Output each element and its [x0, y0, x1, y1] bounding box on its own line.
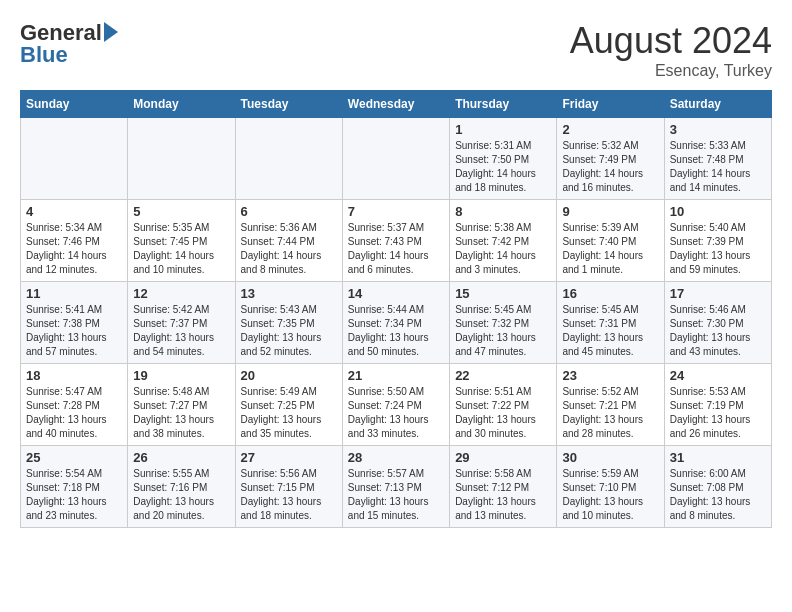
logo-arrow-icon	[104, 22, 118, 42]
calendar-body: 1Sunrise: 5:31 AM Sunset: 7:50 PM Daylig…	[21, 118, 772, 528]
calendar-cell: 28Sunrise: 5:57 AM Sunset: 7:13 PM Dayli…	[342, 446, 449, 528]
day-number: 8	[455, 204, 551, 219]
header-cell-thursday: Thursday	[450, 91, 557, 118]
calendar-cell: 7Sunrise: 5:37 AM Sunset: 7:43 PM Daylig…	[342, 200, 449, 282]
day-number: 6	[241, 204, 337, 219]
calendar-cell	[21, 118, 128, 200]
header-row: SundayMondayTuesdayWednesdayThursdayFrid…	[21, 91, 772, 118]
day-info: Sunrise: 5:46 AM Sunset: 7:30 PM Dayligh…	[670, 303, 766, 359]
calendar-cell: 29Sunrise: 5:58 AM Sunset: 7:12 PM Dayli…	[450, 446, 557, 528]
calendar-week-4: 18Sunrise: 5:47 AM Sunset: 7:28 PM Dayli…	[21, 364, 772, 446]
day-info: Sunrise: 5:35 AM Sunset: 7:45 PM Dayligh…	[133, 221, 229, 277]
day-info: Sunrise: 5:42 AM Sunset: 7:37 PM Dayligh…	[133, 303, 229, 359]
day-number: 22	[455, 368, 551, 383]
calendar-cell	[235, 118, 342, 200]
day-info: Sunrise: 5:54 AM Sunset: 7:18 PM Dayligh…	[26, 467, 122, 523]
day-number: 20	[241, 368, 337, 383]
day-info: Sunrise: 5:40 AM Sunset: 7:39 PM Dayligh…	[670, 221, 766, 277]
day-number: 17	[670, 286, 766, 301]
day-number: 9	[562, 204, 658, 219]
day-number: 11	[26, 286, 122, 301]
calendar-cell: 8Sunrise: 5:38 AM Sunset: 7:42 PM Daylig…	[450, 200, 557, 282]
calendar-cell: 25Sunrise: 5:54 AM Sunset: 7:18 PM Dayli…	[21, 446, 128, 528]
day-number: 12	[133, 286, 229, 301]
calendar-week-1: 1Sunrise: 5:31 AM Sunset: 7:50 PM Daylig…	[21, 118, 772, 200]
day-number: 24	[670, 368, 766, 383]
logo: General Blue	[20, 20, 118, 68]
day-number: 27	[241, 450, 337, 465]
calendar-cell: 1Sunrise: 5:31 AM Sunset: 7:50 PM Daylig…	[450, 118, 557, 200]
title-block: August 2024 Esencay, Turkey	[570, 20, 772, 80]
day-number: 23	[562, 368, 658, 383]
calendar-cell	[128, 118, 235, 200]
day-number: 30	[562, 450, 658, 465]
day-info: Sunrise: 5:51 AM Sunset: 7:22 PM Dayligh…	[455, 385, 551, 441]
calendar-header: SundayMondayTuesdayWednesdayThursdayFrid…	[21, 91, 772, 118]
calendar-cell: 30Sunrise: 5:59 AM Sunset: 7:10 PM Dayli…	[557, 446, 664, 528]
calendar-cell	[342, 118, 449, 200]
day-info: Sunrise: 5:47 AM Sunset: 7:28 PM Dayligh…	[26, 385, 122, 441]
day-info: Sunrise: 5:55 AM Sunset: 7:16 PM Dayligh…	[133, 467, 229, 523]
day-number: 2	[562, 122, 658, 137]
calendar-week-5: 25Sunrise: 5:54 AM Sunset: 7:18 PM Dayli…	[21, 446, 772, 528]
day-number: 26	[133, 450, 229, 465]
day-info: Sunrise: 5:45 AM Sunset: 7:31 PM Dayligh…	[562, 303, 658, 359]
day-number: 21	[348, 368, 444, 383]
day-number: 18	[26, 368, 122, 383]
logo-blue-text: Blue	[20, 42, 68, 68]
day-number: 25	[26, 450, 122, 465]
calendar-week-2: 4Sunrise: 5:34 AM Sunset: 7:46 PM Daylig…	[21, 200, 772, 282]
day-number: 28	[348, 450, 444, 465]
day-info: Sunrise: 5:49 AM Sunset: 7:25 PM Dayligh…	[241, 385, 337, 441]
calendar-table: SundayMondayTuesdayWednesdayThursdayFrid…	[20, 90, 772, 528]
calendar-cell: 15Sunrise: 5:45 AM Sunset: 7:32 PM Dayli…	[450, 282, 557, 364]
day-number: 10	[670, 204, 766, 219]
day-number: 19	[133, 368, 229, 383]
day-info: Sunrise: 6:00 AM Sunset: 7:08 PM Dayligh…	[670, 467, 766, 523]
day-info: Sunrise: 5:38 AM Sunset: 7:42 PM Dayligh…	[455, 221, 551, 277]
calendar-cell: 27Sunrise: 5:56 AM Sunset: 7:15 PM Dayli…	[235, 446, 342, 528]
header-cell-sunday: Sunday	[21, 91, 128, 118]
calendar-cell: 24Sunrise: 5:53 AM Sunset: 7:19 PM Dayli…	[664, 364, 771, 446]
calendar-cell: 10Sunrise: 5:40 AM Sunset: 7:39 PM Dayli…	[664, 200, 771, 282]
day-info: Sunrise: 5:32 AM Sunset: 7:49 PM Dayligh…	[562, 139, 658, 195]
header-cell-monday: Monday	[128, 91, 235, 118]
calendar-cell: 11Sunrise: 5:41 AM Sunset: 7:38 PM Dayli…	[21, 282, 128, 364]
header-cell-saturday: Saturday	[664, 91, 771, 118]
day-info: Sunrise: 5:36 AM Sunset: 7:44 PM Dayligh…	[241, 221, 337, 277]
day-number: 7	[348, 204, 444, 219]
header-cell-friday: Friday	[557, 91, 664, 118]
day-info: Sunrise: 5:50 AM Sunset: 7:24 PM Dayligh…	[348, 385, 444, 441]
calendar-cell: 26Sunrise: 5:55 AM Sunset: 7:16 PM Dayli…	[128, 446, 235, 528]
page-header: General Blue August 2024 Esencay, Turkey	[20, 20, 772, 80]
day-info: Sunrise: 5:41 AM Sunset: 7:38 PM Dayligh…	[26, 303, 122, 359]
day-info: Sunrise: 5:56 AM Sunset: 7:15 PM Dayligh…	[241, 467, 337, 523]
day-number: 3	[670, 122, 766, 137]
calendar-cell: 12Sunrise: 5:42 AM Sunset: 7:37 PM Dayli…	[128, 282, 235, 364]
calendar-cell: 21Sunrise: 5:50 AM Sunset: 7:24 PM Dayli…	[342, 364, 449, 446]
day-number: 13	[241, 286, 337, 301]
day-number: 1	[455, 122, 551, 137]
day-info: Sunrise: 5:44 AM Sunset: 7:34 PM Dayligh…	[348, 303, 444, 359]
calendar-cell: 14Sunrise: 5:44 AM Sunset: 7:34 PM Dayli…	[342, 282, 449, 364]
location-subtitle: Esencay, Turkey	[570, 62, 772, 80]
day-info: Sunrise: 5:33 AM Sunset: 7:48 PM Dayligh…	[670, 139, 766, 195]
header-cell-tuesday: Tuesday	[235, 91, 342, 118]
calendar-cell: 13Sunrise: 5:43 AM Sunset: 7:35 PM Dayli…	[235, 282, 342, 364]
calendar-cell: 4Sunrise: 5:34 AM Sunset: 7:46 PM Daylig…	[21, 200, 128, 282]
day-info: Sunrise: 5:34 AM Sunset: 7:46 PM Dayligh…	[26, 221, 122, 277]
day-info: Sunrise: 5:59 AM Sunset: 7:10 PM Dayligh…	[562, 467, 658, 523]
day-number: 4	[26, 204, 122, 219]
day-info: Sunrise: 5:37 AM Sunset: 7:43 PM Dayligh…	[348, 221, 444, 277]
day-info: Sunrise: 5:53 AM Sunset: 7:19 PM Dayligh…	[670, 385, 766, 441]
calendar-cell: 9Sunrise: 5:39 AM Sunset: 7:40 PM Daylig…	[557, 200, 664, 282]
day-info: Sunrise: 5:45 AM Sunset: 7:32 PM Dayligh…	[455, 303, 551, 359]
calendar-cell: 6Sunrise: 5:36 AM Sunset: 7:44 PM Daylig…	[235, 200, 342, 282]
calendar-cell: 19Sunrise: 5:48 AM Sunset: 7:27 PM Dayli…	[128, 364, 235, 446]
month-year-title: August 2024	[570, 20, 772, 62]
calendar-cell: 31Sunrise: 6:00 AM Sunset: 7:08 PM Dayli…	[664, 446, 771, 528]
day-number: 15	[455, 286, 551, 301]
day-info: Sunrise: 5:43 AM Sunset: 7:35 PM Dayligh…	[241, 303, 337, 359]
calendar-cell: 23Sunrise: 5:52 AM Sunset: 7:21 PM Dayli…	[557, 364, 664, 446]
day-info: Sunrise: 5:48 AM Sunset: 7:27 PM Dayligh…	[133, 385, 229, 441]
